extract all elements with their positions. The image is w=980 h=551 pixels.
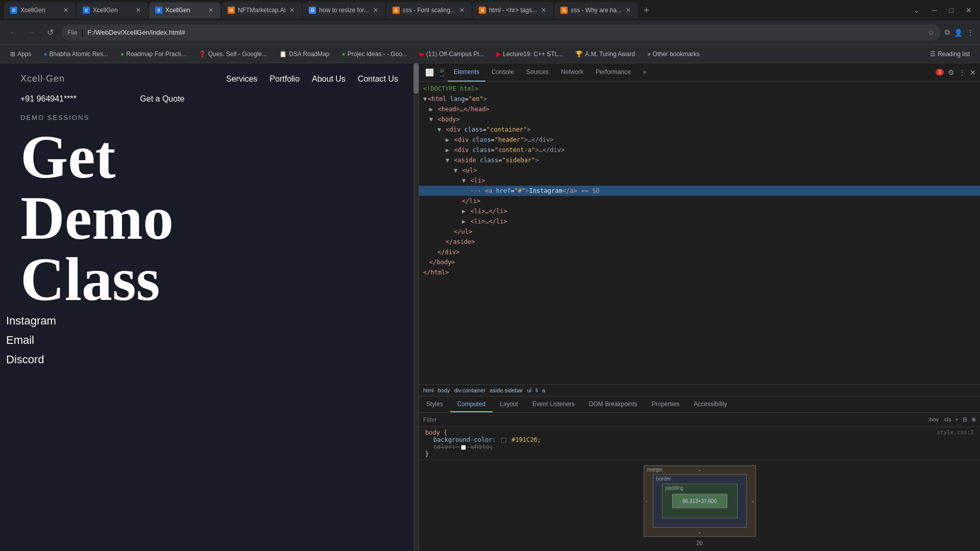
- new-tab-button[interactable]: +: [639, 3, 653, 17]
- styles-tab-event-listeners[interactable]: Event Listeners: [525, 396, 582, 412]
- reload-button[interactable]: ↺: [43, 26, 57, 40]
- ul-close-line[interactable]: </ul>: [419, 227, 980, 237]
- tab-close-icon[interactable]: ✕: [625, 6, 632, 15]
- color-swatch[interactable]: [461, 445, 466, 450]
- profile-icon[interactable]: 👤: [954, 29, 963, 37]
- li3-toggle[interactable]: ▶: [462, 218, 465, 225]
- styles-tab-styles[interactable]: Styles: [419, 396, 450, 412]
- tab-css-font-scaling[interactable]: S css - Font scaling... ✕: [386, 2, 472, 18]
- header-div-line[interactable]: ▶ <div class="header">…</div>: [419, 135, 980, 145]
- site-cta[interactable]: Get a Quote: [140, 94, 184, 103]
- forward-button[interactable]: →: [24, 26, 39, 40]
- html-close-line[interactable]: </html>: [419, 267, 980, 278]
- tab-how-to-resize[interactable]: G how to resize for... ✕: [303, 2, 385, 18]
- body-line[interactable]: ▼ <body>: [419, 114, 980, 124]
- minimize-icon[interactable]: ─: [928, 4, 941, 16]
- aside-toggle[interactable]: ▼: [446, 157, 449, 164]
- tab-xcellgen-3[interactable]: X XcellGen ✕: [149, 2, 220, 18]
- toggle-stylesheet-icon[interactable]: ⊟: [963, 416, 967, 423]
- tab-close-icon[interactable]: ✕: [372, 6, 379, 15]
- devtools-more-icon[interactable]: ⋮: [959, 68, 966, 77]
- styles-tab-layout[interactable]: Layout: [493, 396, 525, 412]
- bookmark-roadmap[interactable]: ● Roadmap For Practi...: [116, 47, 190, 61]
- tab-close-icon[interactable]: ✕: [62, 6, 69, 15]
- bookmark-project-ideas[interactable]: ● Projec Ideas:- - Goo...: [337, 47, 411, 61]
- menu-icon[interactable]: ⋮: [967, 29, 974, 37]
- body-close-line[interactable]: </body>: [419, 257, 980, 267]
- nav-portfolio[interactable]: Portfolio: [270, 74, 300, 84]
- tab-close-icon[interactable]: ✕: [207, 6, 214, 15]
- breadcrumb-li[interactable]: li: [535, 387, 538, 393]
- settings-icon[interactable]: ⚙: [948, 68, 954, 77]
- inspect-element-icon[interactable]: ⬜: [423, 66, 435, 79]
- tab-close-icon[interactable]: ✕: [135, 6, 142, 15]
- devtools-tab-performance[interactable]: Performance: [590, 63, 637, 82]
- breadcrumb-aside[interactable]: aside.sidebar: [489, 387, 523, 393]
- ul-line[interactable]: ▼ <ul>: [419, 165, 980, 176]
- bookmark-bhabha[interactable]: ● Bhabha Atomic Res...: [39, 47, 112, 61]
- tab-css-why-are-ha[interactable]: S css - Why are ha... ✕: [554, 2, 638, 18]
- tab-close-icon[interactable]: ✕: [458, 6, 465, 15]
- styles-tab-accessibility[interactable]: Accessibility: [687, 396, 734, 412]
- li-toggle[interactable]: ▼: [462, 177, 465, 184]
- url-bar[interactable]: File | F:/WebDev/XcellGen/index.html# ☆: [61, 24, 941, 41]
- aside-line[interactable]: ▼ <aside class="sidebar">: [419, 155, 980, 165]
- content-toggle[interactable]: ▶: [446, 146, 449, 154]
- bg-color-swatch[interactable]: [501, 438, 506, 443]
- hover-filter[interactable]: :hov: [928, 416, 939, 423]
- devtools-tab-more[interactable]: »: [637, 63, 653, 82]
- bookmark-off-campus[interactable]: ▶ (11) Off-Campus Pl...: [415, 47, 488, 61]
- page-scrollbar[interactable]: [413, 63, 419, 551]
- header-toggle[interactable]: ▶: [446, 136, 449, 143]
- back-button[interactable]: ←: [6, 26, 20, 40]
- tab-xcellgen-2[interactable]: X XcellGen ✕: [77, 2, 148, 18]
- li2-toggle[interactable]: ▶: [462, 208, 465, 215]
- breadcrumb-container[interactable]: div.container: [454, 387, 486, 393]
- bookmark-dsa[interactable]: 📋 DSA RoadMap: [275, 47, 333, 61]
- head-line[interactable]: ▶ <head>…</head>: [419, 104, 980, 114]
- new-style-rule-icon[interactable]: ⊕: [971, 416, 976, 423]
- nav-services[interactable]: Services: [226, 74, 257, 84]
- devtools-tab-elements[interactable]: Elements: [448, 63, 485, 82]
- container-toggle[interactable]: ▼: [437, 126, 441, 133]
- breadcrumb-html[interactable]: html: [423, 387, 434, 393]
- device-toolbar-icon[interactable]: 📱: [435, 66, 448, 79]
- styles-tab-dom-breakpoints[interactable]: DOM Breakpoints: [582, 396, 645, 412]
- close-window-icon[interactable]: ✕: [962, 4, 976, 16]
- reading-list-button[interactable]: ☰ Reading list: [926, 47, 974, 61]
- bookmark-lecture19[interactable]: ▶ Lecture19: C++ STL...: [492, 47, 567, 61]
- nav-contact[interactable]: Contact Us: [358, 74, 398, 84]
- html-toggle[interactable]: ▼: [423, 95, 427, 103]
- html-tag-line[interactable]: ▼<html lang="en">: [419, 94, 980, 104]
- devtools-tab-sources[interactable]: Sources: [520, 63, 555, 82]
- aside-close-line[interactable]: </aside>: [419, 237, 980, 247]
- tab-close-icon[interactable]: ✕: [288, 6, 296, 15]
- maximize-icon[interactable]: □: [945, 4, 958, 16]
- body-toggle[interactable]: ▼: [429, 116, 433, 123]
- devtools-tab-console[interactable]: Console: [485, 63, 520, 82]
- bookmark-more[interactable]: » Other bookmarks: [643, 47, 704, 61]
- sidebar-link-instagram[interactable]: Instagram: [0, 312, 62, 330]
- tab-close-icon[interactable]: ✕: [540, 6, 547, 15]
- li-line[interactable]: ▼ <li>: [419, 176, 980, 186]
- head-toggle[interactable]: ▶: [429, 106, 433, 113]
- a-instagram-line[interactable]: ··· <a href="#">Instagram</a>== $0: [419, 186, 980, 196]
- styles-tab-properties[interactable]: Properties: [645, 396, 687, 412]
- bookmark-apps[interactable]: ⊞ Apps: [6, 47, 35, 61]
- container-line[interactable]: ▼ <div class="container">: [419, 124, 980, 135]
- li2-line[interactable]: ▶ <li>…</li>: [419, 206, 980, 216]
- sidebar-link-email[interactable]: Email: [0, 332, 62, 349]
- breadcrumb-a[interactable]: a: [542, 387, 545, 393]
- li-close-line[interactable]: </li>: [419, 196, 980, 206]
- bookmark-star-icon[interactable]: ☆: [928, 29, 935, 37]
- scrollbar-thumb[interactable]: [413, 63, 419, 94]
- content-a-line[interactable]: ▶ <div class="content-a">…</div>: [419, 145, 980, 155]
- tab-nftmarketcap[interactable]: N NFTMarketcap.Ai ✕: [222, 2, 302, 18]
- extensions-icon[interactable]: ⧉: [945, 28, 950, 37]
- breadcrumb-ul[interactable]: ul: [527, 387, 532, 393]
- nav-about[interactable]: About Us: [312, 74, 346, 84]
- bookmark-ques-self[interactable]: ❓ Ques. Self - Google...: [194, 47, 271, 61]
- ul-toggle[interactable]: ▼: [454, 167, 457, 174]
- container-close-line[interactable]: </div>: [419, 247, 980, 257]
- search-tabs-icon[interactable]: ⌄: [910, 4, 924, 16]
